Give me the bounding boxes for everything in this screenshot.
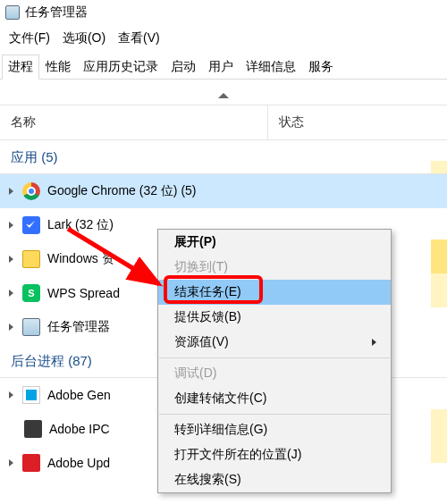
column-headers: 名称 状态 bbox=[0, 105, 447, 140]
menu-view[interactable]: 查看(V) bbox=[113, 29, 165, 48]
menu-bar: 文件(F) 选项(O) 查看(V) bbox=[0, 25, 447, 54]
cm-switch-to: 切换到(T) bbox=[158, 255, 391, 280]
cm-end-task[interactable]: 结束任务(E) bbox=[158, 280, 391, 305]
group-apps: 应用 (5) bbox=[0, 140, 447, 174]
taskmgr-icon bbox=[22, 318, 40, 336]
wps-icon: S bbox=[22, 284, 40, 302]
tab-users[interactable]: 用户 bbox=[202, 55, 240, 80]
cm-open-location[interactable]: 打开文件所在的位置(J) bbox=[158, 442, 391, 467]
tab-bar: 进程 性能 应用历史记录 启动 用户 详细信息 服务 bbox=[0, 54, 447, 80]
explorer-icon bbox=[22, 250, 40, 268]
separator bbox=[159, 414, 390, 415]
chrome-icon bbox=[22, 182, 40, 200]
tab-details[interactable]: 详细信息 bbox=[240, 55, 302, 80]
col-name[interactable]: 名称 bbox=[0, 105, 268, 139]
expand-icon[interactable] bbox=[9, 290, 13, 297]
expand-icon[interactable] bbox=[9, 222, 13, 229]
cm-dump[interactable]: 创建转储文件(C) bbox=[158, 386, 391, 411]
title-bar: 任务管理器 bbox=[0, 0, 447, 25]
cm-details[interactable]: 转到详细信息(G) bbox=[158, 417, 391, 442]
process-row[interactable]: Google Chrome (32 位) (5) bbox=[0, 174, 447, 208]
tab-processes[interactable]: 进程 bbox=[2, 55, 39, 80]
adobe-icon bbox=[22, 386, 40, 404]
menu-options[interactable]: 选项(O) bbox=[57, 29, 111, 48]
context-menu: 展开(P) 切换到(T) 结束任务(E) 提供反馈(B) 资源值(V) 调试(D… bbox=[157, 229, 392, 493]
expand-icon[interactable] bbox=[9, 391, 13, 399]
cm-expand[interactable]: 展开(P) bbox=[158, 230, 391, 255]
cm-debug: 调试(D) bbox=[158, 361, 391, 386]
tab-startup[interactable]: 启动 bbox=[164, 55, 202, 80]
separator bbox=[159, 357, 390, 358]
chevron-up-icon bbox=[218, 93, 229, 98]
collapse-toggle[interactable] bbox=[0, 80, 447, 105]
adobe-icon bbox=[22, 454, 40, 472]
col-status[interactable]: 状态 bbox=[268, 105, 447, 139]
adobe-icon bbox=[24, 420, 42, 438]
expand-icon[interactable] bbox=[9, 323, 13, 331]
cm-resources[interactable]: 资源值(V) bbox=[158, 330, 391, 355]
expand-icon[interactable] bbox=[9, 256, 13, 263]
expand-icon[interactable] bbox=[9, 459, 13, 466]
window-title: 任务管理器 bbox=[25, 4, 88, 21]
tab-app-history[interactable]: 应用历史记录 bbox=[77, 55, 164, 80]
lark-icon bbox=[22, 216, 40, 234]
cm-search-online[interactable]: 在线搜索(S) bbox=[158, 467, 391, 492]
tab-performance[interactable]: 性能 bbox=[39, 55, 77, 80]
tab-services[interactable]: 服务 bbox=[302, 55, 340, 80]
menu-file[interactable]: 文件(F) bbox=[4, 29, 55, 48]
submenu-arrow-icon bbox=[372, 339, 376, 346]
taskmgr-icon bbox=[5, 5, 20, 20]
cm-feedback[interactable]: 提供反馈(B) bbox=[158, 305, 391, 330]
expand-icon[interactable] bbox=[9, 188, 13, 195]
